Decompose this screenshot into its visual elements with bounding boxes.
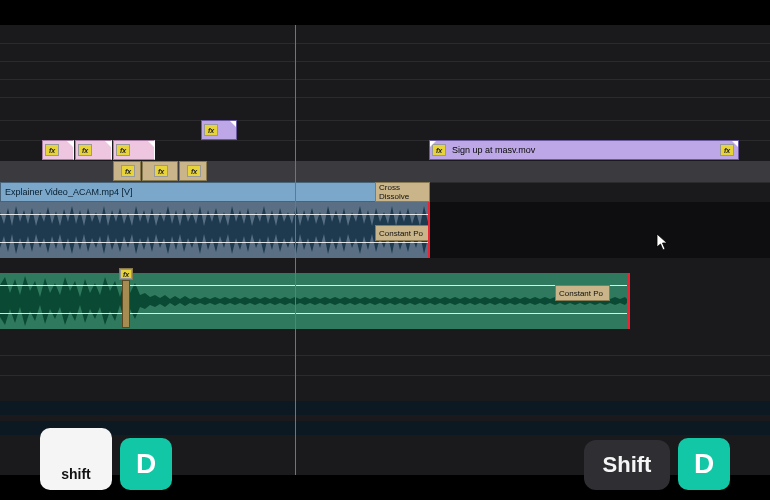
transition-constant-power-a2[interactable]: Constant Po bbox=[555, 285, 610, 301]
clip-label: Sign up at masv.mov bbox=[446, 145, 738, 155]
timeline-panel[interactable]: fx fx fx fx fx fx fx fx Sign up at masv.… bbox=[0, 25, 770, 475]
clip-label: Explainer Video_ACAM.mp4 [V] bbox=[1, 187, 429, 197]
clip-a2[interactable] bbox=[0, 273, 629, 329]
clip-edge-cut bbox=[627, 273, 630, 329]
volume-envelope[interactable] bbox=[0, 313, 629, 314]
keycap-overlay-left: shift D bbox=[40, 428, 172, 490]
fx-badge: fx bbox=[154, 165, 168, 177]
fx-badge: fx bbox=[121, 165, 135, 177]
clip-v2-tan-2[interactable]: fx bbox=[179, 161, 207, 181]
clip-a1[interactable] bbox=[0, 202, 430, 258]
waveform bbox=[0, 273, 629, 301]
keycap-overlay-right: Shift D bbox=[584, 438, 730, 490]
transition-label: Constant Po bbox=[559, 289, 603, 298]
clip-v1-explainer[interactable]: Explainer Video_ACAM.mp4 [V] bbox=[0, 182, 430, 202]
transition-label: Constant Po bbox=[379, 229, 423, 238]
fx-badge: fx bbox=[187, 165, 201, 177]
fx-badge: fx bbox=[45, 144, 59, 156]
clip-v2-signup[interactable]: fx Sign up at masv.mov fx bbox=[429, 140, 739, 160]
transition-constant-power-a1[interactable]: Constant Po bbox=[375, 225, 430, 241]
fx-badge: fx bbox=[204, 124, 218, 136]
keycap-d: D bbox=[678, 438, 730, 490]
transition-cross-dissolve[interactable]: Cross Dissolve bbox=[375, 182, 430, 202]
volume-envelope[interactable] bbox=[0, 285, 629, 286]
fx-badge: fx bbox=[78, 144, 92, 156]
volume-envelope[interactable] bbox=[0, 242, 430, 243]
transition-label: Cross Dissolve bbox=[379, 183, 429, 201]
clip-a2-marker-bar[interactable] bbox=[122, 280, 130, 328]
waveform bbox=[0, 301, 629, 329]
clip-v2-tan-0[interactable]: fx bbox=[113, 161, 141, 181]
gap-a1[interactable] bbox=[430, 202, 770, 258]
clip-v3-0[interactable]: fx bbox=[201, 120, 237, 140]
fx-badge: fx bbox=[116, 144, 130, 156]
fx-badge: fx bbox=[120, 269, 132, 279]
keycap-d: D bbox=[120, 438, 172, 490]
waveform bbox=[0, 230, 430, 258]
waveform bbox=[0, 202, 430, 230]
volume-envelope[interactable] bbox=[0, 214, 430, 215]
time-ruler-work-area[interactable] bbox=[0, 401, 770, 415]
tracks-area[interactable]: fx fx fx fx fx fx fx fx Sign up at masv.… bbox=[0, 25, 770, 475]
clip-v2-pink-2[interactable]: fx bbox=[113, 140, 155, 160]
clip-v2-pink-0[interactable]: fx bbox=[42, 140, 74, 160]
keycap-shift: Shift bbox=[584, 440, 670, 490]
clip-v2-tan-1[interactable]: fx bbox=[142, 161, 178, 181]
clip-a2-marker[interactable]: fx bbox=[119, 268, 133, 280]
clip-v2-pink-1[interactable]: fx bbox=[75, 140, 112, 160]
keycap-shift: shift bbox=[40, 428, 112, 490]
